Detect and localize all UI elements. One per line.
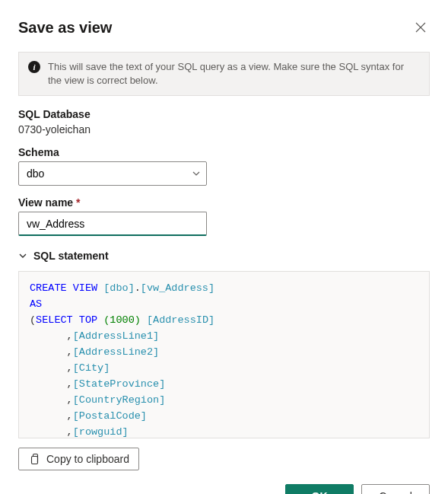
info-icon: i <box>28 61 40 73</box>
copy-icon <box>28 453 40 465</box>
kw-select: SELECT <box>36 314 73 326</box>
svg-rect-0 <box>32 457 38 464</box>
tok-col5: [CountryRegion] <box>73 394 166 406</box>
close-icon <box>415 21 427 33</box>
info-text: This will save the text of your SQL quer… <box>48 60 420 88</box>
ok-button[interactable]: OK <box>285 484 354 494</box>
tok-indent: , <box>30 378 73 390</box>
dialog-footer: OK Cancel <box>18 484 430 494</box>
dialog-header: Save as view <box>18 18 430 37</box>
tok-indent: , <box>30 362 73 374</box>
sql-code-block[interactable]: CREATE VIEW [dbo].[vw_Address] AS (SELEC… <box>18 271 430 438</box>
sql-section-label: SQL statement <box>33 250 109 262</box>
tok-indent: , <box>30 330 73 342</box>
tok-col4: [StateProvince] <box>73 378 166 390</box>
tok-indent: , <box>30 426 73 438</box>
db-value: 0730-yoleichan <box>18 123 430 135</box>
schema-select[interactable]: dbo <box>18 161 207 186</box>
tok-dot: . <box>135 282 141 294</box>
cancel-button[interactable]: Cancel <box>361 484 430 494</box>
tok-col6: [PostalCode] <box>73 410 147 422</box>
viewname-label: View name * <box>18 196 430 209</box>
tok-topn: (1000) <box>103 314 141 326</box>
tok-indent: , <box>30 410 73 422</box>
tok-indent: , <box>30 346 73 358</box>
kw-create-view: CREATE VIEW <box>30 282 97 294</box>
tok-col0: [AddressID] <box>147 314 214 326</box>
tok-col1: [AddressLine1] <box>73 330 159 342</box>
tok-paren: ( <box>30 314 36 326</box>
info-banner: i This will save the text of your SQL qu… <box>18 52 430 96</box>
viewname-label-text: View name <box>18 196 73 209</box>
schema-select-wrap: dbo <box>18 161 207 186</box>
tok-view: [vw_Address] <box>141 282 214 294</box>
copy-label: Copy to clipboard <box>46 453 129 465</box>
copy-button[interactable]: Copy to clipboard <box>18 448 139 470</box>
tok-col2: [AddressLine2] <box>73 346 159 358</box>
sql-section-toggle[interactable]: SQL statement <box>18 250 430 262</box>
chevron-down-icon <box>18 251 27 260</box>
kw-top: TOP <box>79 314 97 326</box>
tok-indent: , <box>30 394 73 406</box>
dialog-title: Save as view <box>18 19 112 37</box>
viewname-input[interactable] <box>18 212 207 236</box>
kw-as: AS <box>30 298 42 310</box>
schema-label: Schema <box>18 146 430 158</box>
tok-col3: [City] <box>73 362 110 374</box>
tok-col7: [rowguid] <box>73 426 129 438</box>
required-asterisk: * <box>76 196 80 209</box>
close-button[interactable] <box>411 18 430 37</box>
tok-schema: [dbo] <box>103 282 135 294</box>
db-label: SQL Database <box>18 108 430 120</box>
